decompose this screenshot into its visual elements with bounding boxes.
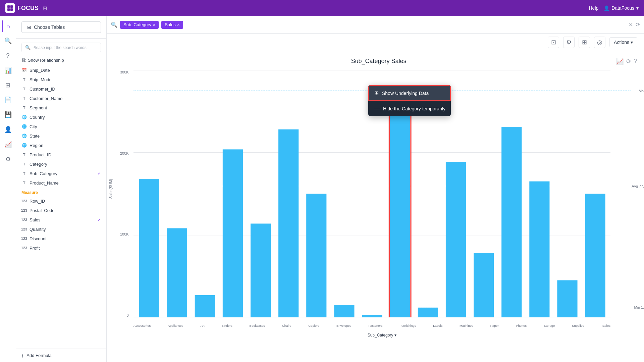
ref-label-avg: Avg 77.95K (632, 184, 644, 188)
sidebar-item-quantity[interactable]: 123Quantity (16, 224, 106, 234)
numeric-icon: 123 (21, 217, 27, 222)
actions-button[interactable]: Actions ▾ (609, 37, 637, 47)
search-input[interactable] (186, 22, 626, 27)
item-label: Discount (30, 236, 47, 241)
bar-supplies[interactable] (557, 280, 577, 317)
add-formula-button[interactable]: ƒ Add Formula (21, 353, 52, 358)
item-label: State (30, 134, 40, 139)
sidebar-item-product_id[interactable]: TProduct_ID (16, 150, 106, 159)
sidebar-item-product_name[interactable]: TProduct_Name (16, 178, 106, 188)
question-icon[interactable]: ? (634, 58, 637, 65)
sidebar: ⊞ Choose Tables 🔍 Please input the searc… (16, 16, 107, 362)
bar-chairs[interactable] (278, 130, 299, 317)
bar-paper[interactable] (474, 253, 494, 317)
clear-search-icon[interactable]: ✕ (629, 21, 633, 28)
svg-rect-1 (10, 5, 13, 8)
bar-phones[interactable] (501, 127, 522, 317)
chart-svg-wrapper: 300K 200K 100K 0 Max 2? Avg 77.95K Min 1… (133, 70, 631, 327)
bar-machines[interactable] (446, 162, 466, 317)
sidebar-item-ship_date[interactable]: 📅Ship_Date (16, 65, 106, 75)
nav-settings[interactable]: ⚙ (2, 153, 14, 165)
bar-appliances[interactable] (167, 228, 187, 317)
nav-right: Help 👤 DataFocus ▾ (589, 5, 639, 11)
x-label-bookcases: Bookcases (250, 324, 265, 327)
tag-sub-category: Sub_Category × (120, 21, 159, 29)
nav-data[interactable]: 💾 (2, 109, 14, 121)
nav-help[interactable]: ? (2, 50, 14, 62)
tag-sub-category-close[interactable]: × (153, 22, 155, 28)
x-label-binders: Binders (221, 324, 232, 327)
choose-tables-label: Choose Tables (34, 24, 65, 30)
nav-search[interactable]: 🔍 (2, 35, 14, 47)
sidebar-item-row_id[interactable]: 123Row_ID (16, 196, 106, 206)
tag-sales-close[interactable]: × (177, 22, 180, 28)
context-menu-icon-1: ⊞ (374, 90, 379, 96)
bar-tables[interactable] (585, 194, 605, 318)
show-relationship[interactable]: ⛓ Show Relationship (16, 55, 106, 65)
sidebar-item-sub_category[interactable]: TSub_Category✓ (16, 169, 106, 178)
text-icon: T (21, 161, 27, 167)
nav-analytics[interactable]: 📈 (2, 138, 14, 150)
search-bar: 🔍 Sub_Category × Sales × ✕ ⟳ (107, 16, 644, 34)
grid-icon[interactable]: ⊞ (579, 37, 590, 48)
sidebar-item-customer_name[interactable]: TCustomer_Name (16, 94, 106, 103)
choose-tables-button[interactable]: ⊞ Choose Tables (21, 21, 101, 33)
settings-icon[interactable]: ⚙ (563, 37, 575, 48)
context-menu-hide-category[interactable]: — Hide the Category temporarily (368, 101, 451, 116)
bar-storage[interactable] (529, 182, 549, 317)
user-menu[interactable]: 👤 DataFocus ▾ (604, 5, 639, 11)
nav-user[interactable]: 👤 (2, 123, 14, 136)
x-label-copiers: Copiers (308, 324, 319, 327)
numeric-icon: 123 (21, 198, 27, 204)
context-menu-show-underlying[interactable]: ⊞ Show Underlying Data (368, 85, 451, 101)
dimension-list: 📅Ship_DateTShip_ModeTCustomer_IDTCustome… (16, 65, 106, 349)
sidebar-item-city[interactable]: 🌐City (16, 122, 106, 131)
sidebar-item-country[interactable]: 🌐Country (16, 112, 106, 122)
numeric-icon: 123 (21, 226, 27, 232)
line-chart-icon[interactable]: 📈 (616, 58, 624, 65)
relationship-icon: ⛓ (21, 58, 26, 63)
svg-rect-3 (10, 8, 13, 11)
search-bar-right: ✕ ⟳ (629, 21, 640, 28)
nav-home[interactable]: ⌂ (2, 20, 14, 32)
layout-icon[interactable]: ⊡ (548, 37, 559, 48)
bar-furnishings[interactable] (390, 92, 410, 317)
sidebar-item-state[interactable]: 🌐State (16, 131, 106, 141)
user-chevron: ▾ (636, 5, 639, 11)
app-logo: FOCUS (5, 3, 39, 13)
bar-accessories[interactable] (139, 179, 159, 317)
sidebar-item-profit[interactable]: 123Profit (16, 243, 106, 253)
globe-icon: 🌐 (21, 133, 27, 139)
bar-labels[interactable] (418, 308, 438, 317)
nav-chart[interactable]: 📊 (2, 64, 14, 76)
sidebar-item-sales[interactable]: 123Sales✓ (16, 215, 106, 224)
nav-docs[interactable]: 📄 (2, 94, 14, 106)
sidebar-item-ship_mode[interactable]: TShip_Mode (16, 75, 106, 84)
nav-table[interactable]: ⊞ (2, 79, 14, 91)
sidebar-item-customer_id[interactable]: TCustomer_ID (16, 84, 106, 94)
analytics-icon[interactable]: ◎ (594, 37, 605, 48)
bar-copiers[interactable] (306, 194, 326, 318)
sidebar-item-discount[interactable]: 123Discount (16, 234, 106, 243)
item-label: Customer_ID (30, 87, 55, 92)
bar-fasteners[interactable] (362, 315, 382, 317)
refresh-icon[interactable]: ⟳ (636, 21, 640, 28)
help-link[interactable]: Help (589, 5, 599, 11)
numeric-icon: 123 (21, 236, 27, 241)
context-menu: ⊞ Show Underlying Data — Hide the Catego… (368, 85, 451, 116)
search-icon[interactable]: 🔍 (111, 21, 117, 28)
bar-art[interactable] (195, 295, 215, 317)
top-nav: FOCUS ⊞ Help 👤 DataFocus ▾ (0, 0, 644, 16)
actions-chevron: ▾ (631, 40, 633, 45)
x-axis-chevron: ▾ (394, 333, 396, 338)
expand-icon[interactable]: ⊞ (43, 5, 47, 11)
sidebar-item-segment[interactable]: TSegment (16, 103, 106, 112)
sidebar-item-category[interactable]: TCategory (16, 159, 106, 169)
measure-section-label: Measure (16, 188, 106, 196)
sidebar-item-postal_code[interactable]: 123Postal_Code (16, 206, 106, 215)
reload-icon[interactable]: ⟳ (626, 58, 631, 65)
sidebar-search[interactable]: 🔍 Please input the search words (21, 43, 101, 52)
sidebar-item-region[interactable]: 🌐Region (16, 141, 106, 150)
bar-binders[interactable] (223, 149, 243, 317)
bar-bookcases[interactable] (251, 223, 271, 317)
